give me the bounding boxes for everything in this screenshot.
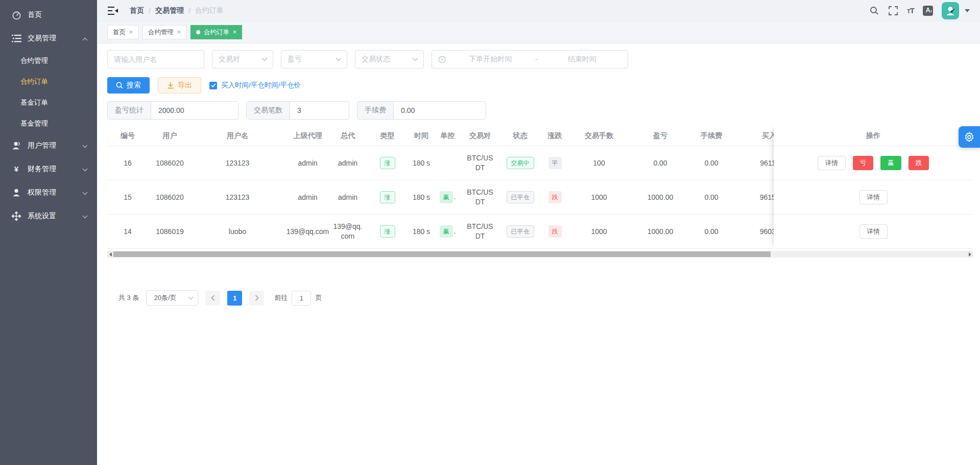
breadcrumb-item: 合约订单 [195, 6, 224, 15]
table-cell-id: 15 [107, 193, 148, 202]
export-button[interactable]: 导出 [158, 77, 201, 94]
breadcrumb-item[interactable]: 首页 [130, 6, 144, 15]
status-badge: 已平仓 [507, 191, 534, 203]
tab[interactable]: 合约管理× [142, 25, 186, 39]
sidebar-subitem[interactable]: 基金订单 [0, 92, 97, 113]
tab-close-icon[interactable]: × [233, 29, 236, 36]
tab-bar: 首页×合约管理×合约订单× [97, 21, 980, 43]
updown-badge: 跌 [548, 191, 562, 203]
gear-icon [964, 131, 975, 143]
tab-close-icon[interactable]: × [129, 29, 133, 36]
down-button[interactable]: 跌 [909, 156, 929, 170]
tab-active[interactable]: 合约订单× [190, 25, 242, 39]
sidebar-subitem[interactable]: 基金管理 [0, 113, 97, 134]
sidebar-subitem[interactable]: 合约订单 [0, 71, 97, 92]
goto-page-input[interactable] [292, 291, 311, 306]
chevron-down-icon [82, 212, 88, 220]
settings-gear-button[interactable] [959, 126, 980, 148]
pnl-total-value: 2000.00 [151, 102, 238, 119]
sidebar-item[interactable]: 用户管理 [0, 134, 97, 157]
date-end-placeholder: 结束时间 [542, 55, 622, 64]
table-cell-type: 涨 [364, 157, 411, 169]
filter-row: 交易对 盈亏 交易状态 下单开始时间 - 结束时间 [97, 43, 980, 68]
tab[interactable]: 首页× [107, 25, 138, 39]
sidebar-item[interactable]: 交易管理 [0, 27, 97, 50]
chevron-down-icon [336, 57, 342, 61]
sidebar-item[interactable]: 系统设置 [0, 204, 97, 228]
table-cell-status: 已平仓 [496, 225, 544, 238]
username-input[interactable] [107, 50, 204, 68]
sidebar-subitem[interactable]: 合约管理 [0, 50, 97, 71]
table-header-cell: 状态 [496, 131, 544, 141]
font-size-icon[interactable]: TT [907, 6, 914, 15]
sidebar-item-label: 系统设置 [28, 212, 56, 221]
permission-user-icon [11, 188, 21, 198]
avatar[interactable] [942, 2, 959, 19]
dropdown-caret-icon[interactable] [965, 9, 970, 12]
search-icon[interactable] [869, 6, 879, 16]
sidebar-item[interactable]: 首页 [0, 3, 97, 27]
table-cell-pnl: 1000.00 [632, 227, 688, 237]
table-header-cell: 编号 [107, 131, 148, 141]
table-cell-lots: 1000 [566, 193, 632, 202]
updown-badge: 跌 [548, 225, 562, 238]
goto-page-group: 前往 页 [274, 291, 322, 306]
search-button[interactable]: 搜索 [107, 77, 150, 94]
translate-icon[interactable]: Az [923, 6, 933, 16]
sidebar-item-label: 权限管理 [28, 188, 56, 197]
type-badge: 涨 [380, 225, 395, 238]
control-note: . [454, 193, 456, 201]
goto-label: 前往 [274, 293, 288, 303]
next-page-button[interactable] [249, 291, 264, 306]
trade-list-icon [11, 33, 21, 43]
page-number-button[interactable]: 1 [227, 291, 242, 306]
sidebar-item-label: 用户管理 [28, 141, 56, 150]
scrollbar-thumb[interactable] [113, 251, 771, 257]
export-button-label: 导出 [178, 81, 192, 90]
lose-button[interactable]: 亏 [853, 156, 874, 170]
download-icon [167, 82, 174, 89]
menu-fold-icon[interactable] [107, 6, 118, 16]
tab-label: 合约管理 [148, 28, 174, 37]
table-cell-pnl: 1000.00 [632, 193, 688, 202]
chevron-left-icon [211, 295, 215, 301]
pagination: 共 3 条 20条/页 1 前往 页 [118, 290, 980, 306]
table-cell-updown: 跌 [544, 225, 566, 238]
scroll-right-arrow[interactable] [967, 251, 973, 258]
win-button[interactable]: 赢 [880, 156, 901, 170]
fullscreen-icon[interactable] [888, 6, 898, 16]
breadcrumb-item[interactable]: 交易管理 [155, 6, 184, 15]
fee-total-label: 手续费 [357, 102, 394, 119]
system-move-icon [11, 211, 21, 221]
action-row: 搜索 导出 买入时间/平仓时间/平仓价 [97, 68, 980, 94]
sidebar-item[interactable]: 权限管理 [0, 181, 97, 204]
detail-button[interactable]: 详情 [859, 190, 888, 204]
clock-icon [438, 56, 446, 63]
finance-yen-icon: ¥ [11, 164, 21, 174]
actions-row: 详情 [774, 215, 973, 249]
prev-page-button[interactable] [205, 291, 220, 306]
time-price-checkbox[interactable]: 买入时间/平仓时间/平仓价 [209, 81, 301, 90]
trade-status-select[interactable]: 交易状态 [355, 50, 424, 68]
trade-count-value: 3 [290, 102, 349, 119]
sidebar-item[interactable]: ¥财务管理 [0, 157, 97, 181]
table-cell-lots: 100 [566, 158, 632, 168]
pair-select[interactable]: 交易对 [212, 50, 273, 68]
page-size-value: 20条/页 [154, 293, 176, 303]
topbar: 首页/交易管理/合约订单 TT Az [97, 0, 980, 21]
pagination-total: 共 3 条 [118, 293, 139, 303]
tab-close-icon[interactable]: × [177, 29, 181, 36]
detail-button[interactable]: 详情 [818, 156, 846, 170]
type-badge: 涨 [380, 191, 395, 203]
page-size-select[interactable]: 20条/页 [146, 290, 198, 306]
horizontal-scrollbar[interactable] [107, 251, 973, 258]
updown-badge: 平 [548, 157, 562, 169]
status-select-placeholder: 交易状态 [362, 55, 390, 64]
table-cell-fee: 0.00 [688, 193, 734, 202]
detail-button[interactable]: 详情 [859, 224, 888, 239]
pnl-select[interactable]: 盈亏 [281, 50, 347, 68]
chevron-up-icon [82, 34, 88, 42]
scrollbar-track[interactable] [113, 251, 967, 258]
scroll-left-arrow[interactable] [107, 251, 113, 258]
date-range-picker[interactable]: 下单开始时间 - 结束时间 [432, 50, 628, 68]
